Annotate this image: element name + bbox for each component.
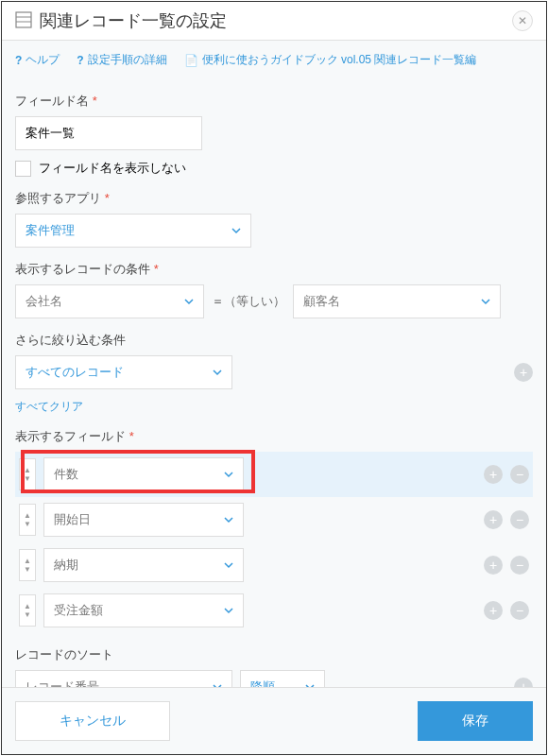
ref-app-label: 参照するアプリ *	[15, 190, 533, 207]
chevron-down-icon	[184, 297, 194, 306]
remove-field-button[interactable]: −	[510, 601, 529, 620]
display-field-select[interactable]: 件数	[43, 457, 244, 491]
plus-icon: +	[489, 467, 497, 482]
modal-footer: キャンセル 保存	[2, 687, 546, 754]
display-field-row: ▲▼ 件数 + −	[15, 452, 533, 497]
save-button[interactable]: 保存	[418, 701, 533, 741]
display-field-select[interactable]: 受注金額	[43, 593, 244, 627]
add-field-button[interactable]: +	[484, 465, 503, 484]
narrow-cond-select[interactable]: すべてのレコード	[15, 355, 232, 389]
minus-icon: −	[516, 512, 523, 527]
narrow-cond-label: さらに絞り込む条件	[15, 332, 533, 349]
svg-rect-0	[16, 12, 31, 27]
drag-handle[interactable]: ▲▼	[19, 458, 36, 490]
help-link[interactable]: ?ヘルプ	[15, 52, 60, 68]
hide-fieldname-label: フィールド名を表示しない	[39, 160, 186, 177]
add-field-button[interactable]: +	[484, 601, 503, 620]
help-icon: ?	[15, 54, 22, 67]
cond-left-select[interactable]: 会社名	[15, 284, 204, 318]
settings-modal: 関連レコード一覧の設定 ✕ ?ヘルプ ?設定手順の詳細 📄便利に使おうガイドブッ…	[1, 1, 547, 755]
minus-icon: −	[516, 603, 523, 618]
help-links-row: ?ヘルプ ?設定手順の詳細 📄便利に使おうガイドブック vol.05 関連レコー…	[2, 41, 546, 74]
document-icon: 📄	[184, 54, 198, 67]
display-fields-label: 表示するフィールド *	[15, 428, 533, 445]
clear-all-link[interactable]: すべてクリア	[15, 399, 83, 415]
plus-icon: +	[489, 558, 497, 573]
minus-icon: −	[516, 558, 523, 573]
remove-field-button[interactable]: −	[510, 465, 529, 484]
ref-app-select[interactable]: 案件管理	[15, 214, 251, 248]
display-field-select[interactable]: 開始日	[43, 503, 244, 537]
plus-icon: +	[489, 603, 497, 618]
modal-body: フィールド名 * フィールド名を表示しない 参照するアプリ * 案件管理 表示す…	[2, 74, 546, 687]
cancel-button[interactable]: キャンセル	[15, 701, 170, 741]
drag-handle[interactable]: ▲▼	[19, 504, 36, 536]
records-icon	[15, 11, 32, 31]
help-icon: ?	[77, 54, 83, 67]
plus-icon: +	[489, 512, 497, 527]
sort-field-select[interactable]: レコード番号	[15, 670, 232, 687]
display-field-row: ▲▼ 開始日 + −	[15, 497, 533, 542]
plus-icon: +	[520, 679, 527, 687]
plus-icon: +	[520, 365, 527, 380]
sort-label: レコードのソート	[15, 646, 533, 663]
cond-right-select[interactable]: 顧客名	[293, 284, 501, 318]
minus-icon: −	[516, 467, 523, 482]
field-name-input[interactable]	[15, 116, 202, 150]
equals-operator: ＝（等しい）	[212, 293, 285, 310]
add-field-button[interactable]: +	[484, 510, 503, 529]
add-field-button[interactable]: +	[484, 556, 503, 575]
chevron-down-icon	[224, 515, 233, 524]
remove-field-button[interactable]: −	[510, 510, 529, 529]
drag-handle[interactable]: ▲▼	[19, 549, 36, 581]
chevron-down-icon	[224, 470, 233, 479]
chevron-down-icon	[224, 560, 233, 570]
close-icon: ✕	[518, 14, 527, 27]
chevron-down-icon	[231, 226, 241, 235]
chevron-down-icon	[224, 606, 233, 615]
guidebook-link[interactable]: 📄便利に使おうガイドブック vol.05 関連レコード一覧編	[184, 52, 477, 68]
chevron-down-icon	[481, 297, 490, 306]
drag-handle[interactable]: ▲▼	[19, 594, 36, 627]
modal-title: 関連レコード一覧の設定	[40, 9, 505, 32]
field-name-label: フィールド名 *	[15, 93, 533, 110]
modal-header: 関連レコード一覧の設定 ✕	[2, 2, 546, 41]
sort-order-select[interactable]: 降順	[240, 670, 325, 687]
add-sort-button[interactable]: +	[514, 678, 533, 687]
chevron-down-icon	[213, 368, 222, 377]
add-cond-button[interactable]: +	[514, 363, 533, 382]
hide-fieldname-checkbox[interactable]	[15, 161, 31, 177]
detail-link[interactable]: ?設定手順の詳細	[77, 52, 166, 68]
display-field-row: ▲▼ 納期 + −	[15, 542, 533, 588]
close-button[interactable]: ✕	[512, 10, 533, 31]
display-field-select[interactable]: 納期	[43, 548, 244, 582]
remove-field-button[interactable]: −	[510, 556, 529, 575]
display-field-row: ▲▼ 受注金額 + −	[15, 588, 533, 633]
display-cond-label: 表示するレコードの条件 *	[15, 261, 533, 278]
